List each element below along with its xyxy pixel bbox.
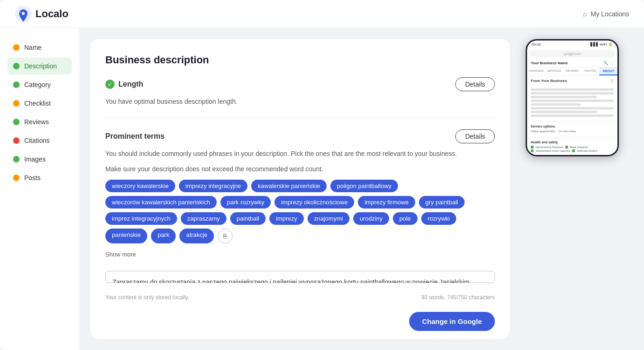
sidebar-item-label: Posts <box>24 174 41 182</box>
tag-item[interactable]: imprezy okolicznościowe <box>274 196 354 209</box>
home-icon: ⌂ <box>583 10 587 18</box>
phone-frame: 09:00 ▋▋▋ WiFi 🔋 google.com Your Busines… <box>526 39 619 156</box>
description-textarea[interactable] <box>105 271 495 283</box>
word-count: 93 words, 745/750 characters <box>421 294 495 301</box>
tag-item[interactable]: wieczory kawalerskie <box>105 180 175 192</box>
divider-1 <box>105 118 495 118</box>
tag-item[interactable]: imprezy <box>269 212 304 225</box>
sidebar-item-label: Checklist <box>24 100 51 107</box>
sidebar-item-description[interactable]: Description <box>7 58 72 74</box>
tag-item[interactable]: wieczorów kawalerskich panieńskich <box>105 196 217 209</box>
length-check-icon: ✓ <box>105 80 115 89</box>
checklist-status-dot <box>13 100 20 107</box>
logo-icon <box>15 6 32 22</box>
search-icon: 🔍 <box>603 61 608 65</box>
sidebar-item-category[interactable]: Category <box>7 76 72 93</box>
phone-service-title: Service options <box>531 125 614 128</box>
phone-signal: ▋▋▋ WiFi 🔋 <box>590 42 613 47</box>
posts-status-dot <box>13 175 20 181</box>
sidebar-item-citations[interactable]: Citations <box>7 132 72 149</box>
length-desc: You have optimal business description le… <box>105 97 495 107</box>
svg-point-1 <box>20 11 21 13</box>
phone-nav-services: SERVICES <box>545 67 563 75</box>
category-status-dot <box>13 81 20 88</box>
sidebar-item-images[interactable]: Images <box>7 151 72 168</box>
tag-item[interactable]: imprezy integracyjne <box>179 180 247 192</box>
name-status-dot <box>13 44 20 51</box>
phone-text-line <box>531 100 614 102</box>
phone-check-item: Appointment Required <box>535 146 563 148</box>
show-more-button[interactable]: Show more <box>105 249 495 260</box>
length-details-button[interactable]: Details <box>455 77 495 91</box>
phone-nav-about: ABOUT <box>599 67 617 75</box>
change-in-google-button[interactable]: Change in Google <box>409 312 495 331</box>
more-options-icon: ⋮ <box>610 79 614 83</box>
phone-nav: OVERVIEW SERVICES REVIEWS PHOTOS ABOUT <box>527 67 617 76</box>
tag-item[interactable]: gry paintball <box>419 196 465 209</box>
phone-text-line <box>531 92 614 94</box>
tag-item[interactable]: pole <box>393 212 418 225</box>
sidebar-item-label: Name <box>24 44 41 51</box>
tag-item[interactable]: kawalerskie panieńskie <box>251 180 327 192</box>
phone-check-item: Temperature check required <box>535 149 570 152</box>
sidebar-item-label: Category <box>24 81 51 88</box>
phone-text-line <box>531 88 614 91</box>
phone-check-box <box>565 146 568 148</box>
sidebar-item-label: Reviews <box>24 118 49 126</box>
content-area: Business description ✓ Length Details Yo… <box>79 28 644 350</box>
header: Localo ⌂ My Locations <box>0 0 644 28</box>
phone-url-bar: google.com <box>530 50 615 57</box>
prominent-desc2: Make sure your description does not exce… <box>105 164 495 174</box>
phone-text-line <box>531 111 597 113</box>
length-title: Length <box>118 80 143 88</box>
phone-check-box <box>531 146 534 148</box>
images-status-dot <box>13 156 20 162</box>
prominent-section: Prominent terms Details You should inclu… <box>105 129 495 260</box>
tag-item[interactable]: zapraszamy <box>181 212 226 225</box>
phone-checklist: Appointment Required Mask required Tempe… <box>531 146 614 152</box>
tag-item[interactable]: rozrywki <box>421 212 457 225</box>
tag-item[interactable]: paintball <box>230 212 266 225</box>
phone-health-title: Health and safety <box>531 141 614 144</box>
tag-item[interactable]: imprez integracyjnych <box>105 212 177 225</box>
tag-item[interactable]: imprezy firmowe <box>358 196 415 209</box>
phone-status-bar: 09:00 ▋▋▋ WiFi 🔋 <box>527 40 617 48</box>
tag-item[interactable]: park rozrywky <box>220 196 271 209</box>
phone-check-item: Staff gets tested <box>577 149 597 152</box>
phone-check-item: Mask required <box>570 146 588 148</box>
page-title: Business description <box>105 54 495 66</box>
sidebar-item-reviews[interactable]: Reviews <box>7 114 72 130</box>
phone-check-row: Temperature check required Staff gets te… <box>531 149 614 152</box>
prominent-desc1: You should include commonly used phrases… <box>105 149 495 159</box>
copy-tags-icon[interactable]: ⎘ <box>218 229 233 243</box>
tag-item[interactable]: panieńskie <box>105 229 147 243</box>
phone-text-line <box>531 114 614 117</box>
sidebar-item-posts[interactable]: Posts <box>7 169 72 186</box>
sidebar: Name Description Category Checklist Revi… <box>0 28 79 350</box>
phone-check-box <box>531 149 534 152</box>
phone-nav-reviews: REVIEWS <box>563 67 582 75</box>
tag-item[interactable]: atrakcje <box>179 229 214 243</box>
reviews-status-dot <box>13 119 20 125</box>
tag-item[interactable]: znajomymi <box>308 212 349 225</box>
citations-status-dot <box>13 137 20 144</box>
my-locations-link[interactable]: ⌂ My Locations <box>583 10 629 18</box>
phone-nav-photos: PHOTOS <box>581 67 599 75</box>
tag-item[interactable]: poligon paintballowy <box>330 180 398 192</box>
phone-text-line <box>531 107 614 109</box>
tag-item[interactable]: park <box>151 229 176 243</box>
prominent-details-button[interactable]: Details <box>455 129 495 143</box>
main-card: Business description ✓ Length Details Yo… <box>90 39 510 339</box>
card-footer: Change in Google <box>105 312 495 331</box>
sidebar-item-label: Citations <box>24 137 49 144</box>
sidebar-item-name[interactable]: Name <box>7 39 72 56</box>
phone-icons: 🔍 ⋮ <box>603 61 614 65</box>
phone-business-name: Your Business Name <box>531 61 568 65</box>
phone-time: 09:00 <box>532 42 541 47</box>
logo: Localo <box>15 6 69 22</box>
sidebar-item-checklist[interactable]: Checklist <box>7 95 72 112</box>
phone-service-options: Online appointment On-site online <box>531 130 614 133</box>
tag-item[interactable]: urodziny <box>353 212 389 225</box>
phone-nav-overview: OVERVIEW <box>527 67 545 75</box>
phone-health-section: Health and safety Appointment Required M… <box>527 137 617 155</box>
